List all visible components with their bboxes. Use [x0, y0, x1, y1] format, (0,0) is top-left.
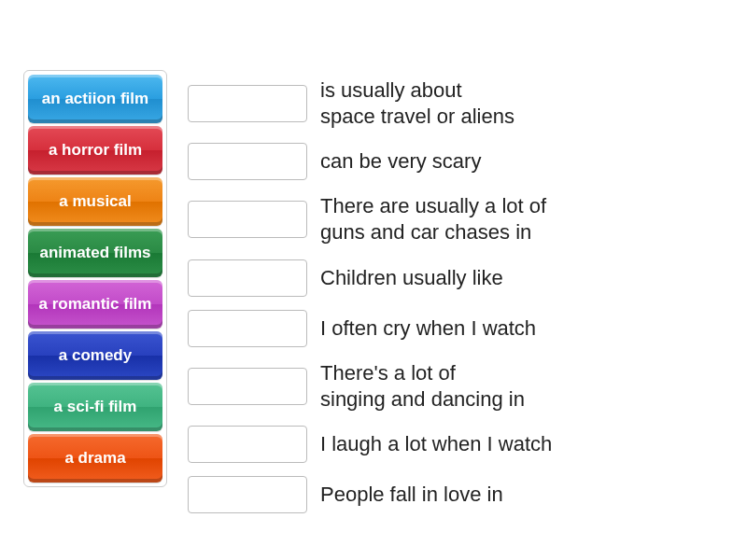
exercise-container: an actiion film a horror film a musical … [0, 0, 747, 513]
row: I often cry when I watch [188, 310, 552, 347]
row: is usually aboutspace travel or aliens [188, 77, 552, 130]
row: People fall in love in [188, 476, 552, 513]
dropzone[interactable] [188, 310, 307, 347]
dropzone[interactable] [188, 426, 307, 463]
row-text: I laugh a lot when I watch [320, 431, 552, 457]
tile-scifi-film[interactable]: a sci-fi film [28, 383, 162, 431]
row: Children usually like [188, 259, 552, 297]
tiles-panel: an actiion film a horror film a musical … [23, 70, 167, 487]
dropzone[interactable] [188, 143, 307, 180]
tile-animated-films[interactable]: animated films [28, 229, 162, 277]
row-text: People fall in love in [320, 482, 503, 508]
row-text: can be very scary [320, 148, 481, 175]
tile-romantic-film[interactable]: a romantic film [28, 280, 162, 329]
row: I laugh a lot when I watch [188, 426, 552, 463]
tile-label: a romantic film [39, 295, 152, 314]
row-text: I often cry when I watch [320, 315, 536, 342]
dropzone[interactable] [188, 201, 307, 238]
tile-drama[interactable]: a drama [28, 434, 162, 483]
row-text: is usually aboutspace travel or aliens [320, 77, 514, 130]
dropzone[interactable] [188, 368, 307, 405]
tile-musical[interactable]: a musical [28, 177, 162, 226]
tile-action-film[interactable]: an actiion film [28, 75, 162, 123]
row: There are usually a lot ofguns and car c… [188, 193, 552, 245]
row: There's a lot ofsinging and dancing in [188, 360, 552, 413]
row-text: There's a lot ofsinging and dancing in [320, 360, 525, 413]
tile-comedy[interactable]: a comedy [28, 331, 162, 380]
dropzone[interactable] [188, 259, 307, 297]
tile-label: a musical [59, 192, 132, 211]
tile-label: an actiion film [42, 90, 148, 108]
row-text: Children usually like [320, 265, 503, 291]
tile-label: a comedy [59, 346, 132, 365]
row-text: There are usually a lot ofguns and car c… [320, 193, 546, 245]
rows-panel: is usually aboutspace travel or aliens c… [188, 70, 552, 513]
tile-label: animated films [39, 244, 150, 262]
dropzone[interactable] [188, 85, 307, 122]
tile-label: a drama [64, 449, 125, 468]
tile-horror-film[interactable]: a horror film [28, 126, 162, 175]
tile-label: a sci-fi film [54, 398, 137, 416]
row: can be very scary [188, 143, 552, 180]
dropzone[interactable] [188, 476, 307, 513]
tile-label: a horror film [49, 141, 142, 160]
